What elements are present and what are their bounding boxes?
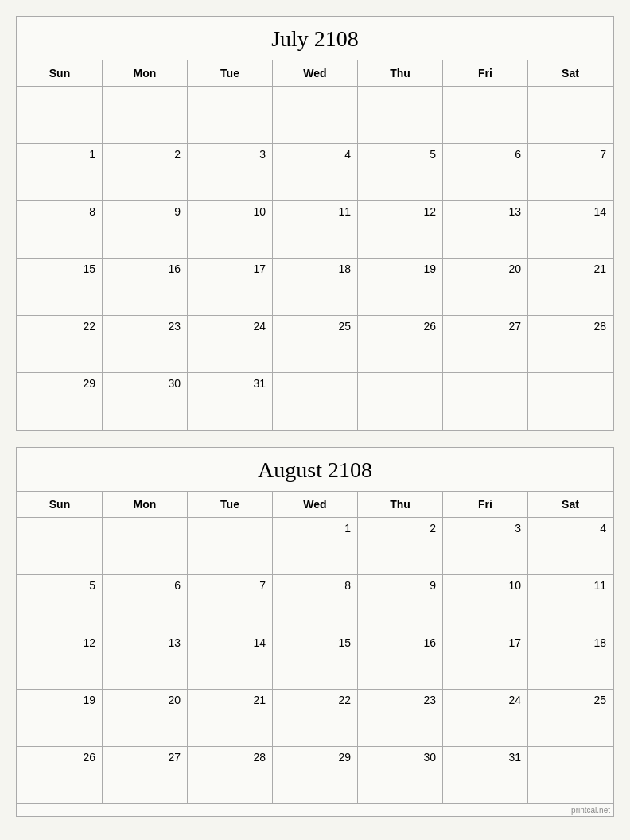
calendar-august-2108: August 2108SunMonTueWedThuFriSat12345678… — [16, 447, 614, 817]
day-cell-w1-d2: 3 — [188, 144, 273, 201]
day-cell-w1-d0: 5 — [18, 575, 103, 632]
day-cell-w2-d6: 14 — [528, 201, 613, 259]
calendar-title-1: August 2108 — [17, 448, 613, 492]
day-cell-w4-d0: 22 — [18, 316, 103, 373]
day-cell-w4-d1: 23 — [103, 316, 188, 373]
day-cell-w3-d0: 19 — [18, 690, 103, 747]
day-cell-w1-d1: 2 — [103, 144, 188, 201]
day-cell-w0-d6 — [528, 87, 613, 144]
day-cell-w4-d2: 24 — [188, 316, 273, 373]
day-cell-w1-d4: 9 — [358, 575, 443, 632]
day-cell-w2-d0: 8 — [18, 201, 103, 259]
day-cell-w5-d2: 31 — [188, 373, 273, 430]
day-cell-w3-d6: 25 — [528, 690, 613, 747]
day-cell-w2-d3: 11 — [273, 201, 358, 259]
day-cell-w1-d5: 6 — [443, 144, 528, 201]
day-cell-w3-d3: 22 — [273, 690, 358, 747]
day-cell-w2-d6: 18 — [528, 632, 613, 690]
day-cell-w0-d5: 3 — [443, 518, 528, 575]
day-cell-w0-d2 — [188, 518, 273, 575]
day-cell-w2-d4: 16 — [358, 632, 443, 690]
day-header-6: Sat — [528, 60, 613, 87]
day-cell-w0-d5 — [443, 87, 528, 144]
day-cell-w3-d2: 17 — [188, 259, 273, 316]
day-cell-w0-d3 — [273, 87, 358, 144]
day-cell-w2-d2: 10 — [188, 201, 273, 259]
day-cell-w4-d1: 27 — [103, 747, 188, 804]
day-cell-w2-d4: 12 — [358, 201, 443, 259]
day-cell-w4-d4: 26 — [358, 316, 443, 373]
day-cell-w2-d2: 14 — [188, 632, 273, 690]
day-header-4: Thu — [358, 60, 443, 87]
day-cell-w1-d5: 10 — [443, 575, 528, 632]
day-header-3: Wed — [273, 492, 358, 518]
day-cell-w2-d0: 12 — [18, 632, 103, 690]
day-cell-w2-d5: 13 — [443, 201, 528, 259]
day-cell-w3-d1: 20 — [103, 690, 188, 747]
day-cell-w3-d4: 19 — [358, 259, 443, 316]
day-cell-w3-d0: 15 — [18, 259, 103, 316]
day-cell-w3-d2: 21 — [188, 690, 273, 747]
day-cell-w2-d3: 15 — [273, 632, 358, 690]
day-cell-w4-d0: 26 — [18, 747, 103, 804]
day-cell-w2-d5: 17 — [443, 632, 528, 690]
day-cell-w1-d3: 8 — [273, 575, 358, 632]
day-cell-w3-d3: 18 — [273, 259, 358, 316]
day-cell-w1-d0: 1 — [18, 144, 103, 201]
day-header-4: Thu — [358, 492, 443, 518]
day-cell-w4-d5: 31 — [443, 747, 528, 804]
day-header-5: Fri — [443, 60, 528, 87]
watermark: printcal.net — [17, 804, 613, 816]
day-cell-w5-d3 — [273, 373, 358, 430]
day-cell-w2-d1: 9 — [103, 201, 188, 259]
day-cell-w2-d1: 13 — [103, 632, 188, 690]
day-cell-w1-d2: 7 — [188, 575, 273, 632]
calendar-grid-1: SunMonTueWedThuFriSat1234567891011121314… — [17, 492, 613, 804]
day-header-3: Wed — [273, 60, 358, 87]
day-cell-w5-d4 — [358, 373, 443, 430]
day-cell-w3-d5: 20 — [443, 259, 528, 316]
calendar-july-2108: July 2108SunMonTueWedThuFriSat1234567891… — [16, 16, 614, 431]
day-cell-w1-d4: 5 — [358, 144, 443, 201]
day-cell-w4-d4: 30 — [358, 747, 443, 804]
day-cell-w5-d5 — [443, 373, 528, 430]
day-cell-w0-d3: 1 — [273, 518, 358, 575]
day-cell-w0-d4: 2 — [358, 518, 443, 575]
day-cell-w4-d3: 25 — [273, 316, 358, 373]
day-cell-w5-d6 — [528, 373, 613, 430]
day-cell-w0-d2 — [188, 87, 273, 144]
day-cell-w1-d6: 11 — [528, 575, 613, 632]
day-header-1: Mon — [103, 492, 188, 518]
day-cell-w4-d3: 29 — [273, 747, 358, 804]
day-cell-w3-d4: 23 — [358, 690, 443, 747]
day-cell-w0-d6: 4 — [528, 518, 613, 575]
day-cell-w0-d0 — [18, 518, 103, 575]
day-cell-w5-d1: 30 — [103, 373, 188, 430]
calendar-grid-0: SunMonTueWedThuFriSat1234567891011121314… — [17, 60, 613, 430]
day-cell-w4-d5: 27 — [443, 316, 528, 373]
day-header-0: Sun — [18, 492, 103, 518]
day-cell-w3-d6: 21 — [528, 259, 613, 316]
day-header-6: Sat — [528, 492, 613, 518]
day-cell-w0-d1 — [103, 87, 188, 144]
day-header-2: Tue — [188, 492, 273, 518]
day-cell-w1-d1: 6 — [103, 575, 188, 632]
day-cell-w1-d6: 7 — [528, 144, 613, 201]
day-cell-w5-d0: 29 — [18, 373, 103, 430]
day-header-5: Fri — [443, 492, 528, 518]
day-cell-w4-d6: 28 — [528, 316, 613, 373]
calendar-container: July 2108SunMonTueWedThuFriSat1234567891… — [16, 16, 614, 817]
day-cell-w0-d0 — [18, 87, 103, 144]
day-header-1: Mon — [103, 60, 188, 87]
day-cell-w4-d2: 28 — [188, 747, 273, 804]
day-cell-w0-d4 — [358, 87, 443, 144]
day-cell-w0-d1 — [103, 518, 188, 575]
day-cell-w4-d6 — [528, 747, 613, 804]
day-cell-w3-d1: 16 — [103, 259, 188, 316]
day-header-2: Tue — [188, 60, 273, 87]
day-header-0: Sun — [18, 60, 103, 87]
calendar-title-0: July 2108 — [17, 17, 613, 60]
day-cell-w1-d3: 4 — [273, 144, 358, 201]
day-cell-w3-d5: 24 — [443, 690, 528, 747]
